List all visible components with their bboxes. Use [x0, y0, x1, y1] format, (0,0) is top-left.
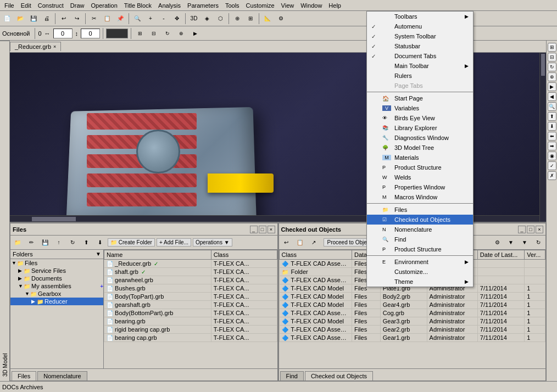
3d-btn[interactable]: 3D — [188, 13, 200, 25]
menu-edit[interactable]: Edit — [18, 1, 35, 10]
tree-filter-icon[interactable]: ▼ — [96, 251, 101, 257]
checked-close-btn[interactable]: × — [536, 226, 543, 233]
menu-item-product-structure1[interactable]: P Product Structure — [367, 163, 473, 172]
files-minimize-btn[interactable]: _ — [250, 226, 258, 233]
rs-btn12[interactable]: ◉ — [548, 152, 556, 160]
menu-operation[interactable]: Operation — [87, 1, 120, 10]
rs-btn11[interactable]: ➡ — [548, 142, 556, 150]
files-table-row[interactable]: 📄 Body(TopPart).grb T-FLEX CA... — [104, 293, 277, 301]
tab-nomenclature[interactable]: Nomenclature — [37, 371, 87, 380]
files-table-row[interactable]: 📄 bearing.grb T-FLEX CA... — [104, 317, 277, 326]
toolbar2-btn3[interactable]: ↻ — [161, 27, 174, 40]
menu-item-welds[interactable]: W Welds — [367, 172, 473, 182]
grid-btn[interactable]: ⊞ — [244, 13, 257, 25]
new-btn[interactable]: 📄 — [1, 13, 13, 25]
menu-view[interactable]: View — [278, 1, 298, 10]
zoom-out-btn[interactable]: - — [158, 13, 170, 25]
files-table-row[interactable]: 📄 rigid bearing cap.grb T-FLEX CA... — [104, 326, 277, 334]
menu-item-environment[interactable]: E Environment ▶ — [367, 257, 473, 267]
tree-item-reducer[interactable]: ▶ 📁 Reducer — [10, 298, 103, 305]
menu-item-doc-tabs[interactable]: ✓ Document Tabs — [367, 51, 473, 61]
checked-table-row[interactable]: 🔷 T-FLEX CAD Assembly Model Files Gear1.… — [279, 334, 545, 342]
doc-tab-reducer[interactable]: _Reducer.grb × — [10, 42, 61, 51]
toolbar2-btn5[interactable]: ▶ — [189, 27, 201, 40]
col-name[interactable]: Name — [104, 250, 211, 260]
menu-item-macros[interactable]: M Macros Window — [367, 192, 473, 202]
checked-table-row[interactable]: 🔷 T-FLEX CAD Assembly Model Files Cog.gr… — [279, 309, 545, 317]
rs-btn7[interactable]: 🔍 — [548, 102, 556, 111]
files-refresh-icon[interactable]: ↻ — [66, 237, 79, 249]
rs-btn4[interactable]: ⊕ — [548, 72, 556, 81]
menu-parameters[interactable]: Parameters — [184, 1, 222, 10]
checked-table-row[interactable]: 🔷 T-FLEX CAD Model Files Body2.grb Admin… — [279, 293, 545, 301]
tree-item-assemblies[interactable]: ▼ 📁 My assemblies + — [10, 282, 103, 290]
menu-item-library[interactable]: 📚 Library Explorer — [367, 123, 473, 133]
menu-item-files[interactable]: 📁 Files — [367, 205, 473, 215]
menu-item-main-toolbar[interactable]: Main Toolbar ▶ — [367, 61, 473, 71]
menu-help[interactable]: Help — [325, 1, 344, 10]
files-download-icon[interactable]: ⬇ — [94, 237, 106, 249]
menu-draw[interactable]: Draw — [67, 1, 88, 10]
menu-item-start-page[interactable]: 🏠 Start Page — [367, 93, 473, 103]
toolbar2-btn2[interactable]: ⊟ — [148, 27, 160, 40]
y-input[interactable] — [81, 29, 100, 38]
rs-btn6[interactable]: ◀ — [548, 92, 556, 101]
checked-table-row[interactable]: 🔷 T-FLEX CAD Assembly Model Files Gear2.… — [279, 326, 545, 334]
checked-btn3[interactable]: ↗ — [308, 237, 320, 249]
menu-item-product-structure2[interactable]: P Product Structure — [367, 244, 473, 254]
menu-item-checked-out[interactable]: ☑ Checked out Objects — [367, 215, 473, 225]
rs-btn3[interactable]: ↻ — [548, 63, 556, 71]
files-maximize-btn[interactable]: □ — [259, 226, 266, 233]
toolbar2-btn1[interactable]: ⊞ — [134, 27, 146, 40]
checked-table-row[interactable]: 🔷 T-FLEX CAD Model Files Gear4.grb Admin… — [279, 301, 545, 309]
add-assembly-icon[interactable]: + — [100, 283, 103, 289]
menu-titleblock[interactable]: Title Block — [121, 1, 155, 10]
properties-btn[interactable]: ⚙ — [275, 13, 287, 25]
create-folder-btn[interactable]: 📁 Create Folder — [108, 238, 155, 247]
properties-tab[interactable]: Properties — [0, 41, 1, 381]
rs-btn14[interactable]: ✗ — [548, 171, 556, 180]
tab-checked-out[interactable]: Checked out Objects — [305, 371, 373, 380]
tree-item-files[interactable]: ▼ 📁 Files — [10, 259, 103, 267]
menu-construct[interactable]: Construct — [35, 1, 67, 10]
menu-item-customize[interactable]: Customize... — [367, 267, 473, 277]
checked-btn1[interactable]: ↩ — [280, 237, 292, 249]
paste-btn[interactable]: 📌 — [114, 13, 126, 25]
pan-btn[interactable]: ✥ — [171, 13, 183, 25]
toolbar2-btn4[interactable]: ⊕ — [175, 27, 187, 40]
zoom-in-btn[interactable]: + — [144, 13, 157, 25]
checked-right-btn1[interactable]: ⚙ — [491, 237, 503, 249]
menu-item-birds-eye[interactable]: 👁 Birds Eye View — [367, 113, 473, 123]
checked-col-ver[interactable]: Ver... — [525, 250, 545, 260]
files-table-row[interactable]: 📄 Body(BottomPart).grb T-FLEX CA... — [104, 309, 277, 317]
menu-item-automenu[interactable]: ✓ Automenu — [367, 21, 473, 31]
checked-table-row[interactable]: 🔷 T-FLEX CAD Model Files Gear3.grb Admin… — [279, 317, 545, 326]
files-table-row[interactable]: 📄 _Reducer.grb ✓ T-FLEX CA... — [104, 260, 277, 268]
menu-item-toolbars[interactable]: Toolbars ▶ — [367, 12, 473, 21]
files-table-row[interactable]: 📄 gearshaft.grb T-FLEX CA... — [104, 301, 277, 309]
tree-item-gearbox[interactable]: ▼ 📁 Gearbox — [10, 290, 103, 298]
rs-btn9[interactable]: ⬇ — [548, 122, 556, 131]
menu-customize[interactable]: Customize — [243, 1, 278, 10]
files-upload-icon[interactable]: ⬆ — [80, 237, 92, 249]
checked-col-class[interactable]: Class — [279, 250, 352, 260]
rs-btn1[interactable]: ⊞ — [548, 43, 556, 52]
checked-right-btn2[interactable]: ▼ — [505, 237, 517, 249]
menu-item-system-toolbar[interactable]: ✓ System Toolbar — [367, 31, 473, 41]
menu-item-rulers[interactable]: Rulers — [367, 71, 473, 81]
copy-btn[interactable]: 📋 — [101, 13, 113, 25]
x-input[interactable] — [53, 29, 73, 38]
redo-btn[interactable]: ↪ — [71, 13, 83, 25]
files-table-row[interactable]: 📄 gearwheel.grb T-FLEX CA... — [104, 276, 277, 284]
checked-maximize-btn[interactable]: □ — [527, 226, 534, 233]
menu-item-diagnostics[interactable]: 🔧 Diagnostics Window — [367, 133, 473, 143]
tab-files[interactable]: Files — [12, 371, 36, 380]
menu-item-theme[interactable]: Theme ▶ — [367, 277, 473, 287]
rs-btn8[interactable]: ⬆ — [548, 112, 556, 121]
save-btn[interactable]: 💾 — [27, 13, 40, 25]
files-close-btn[interactable]: × — [268, 226, 275, 233]
files-operations-btn[interactable]: Operations ▼ — [193, 238, 232, 247]
menu-tools[interactable]: Tools — [222, 1, 243, 10]
menu-window[interactable]: Window — [297, 1, 325, 10]
files-table-row[interactable]: 📄 bearing cap.grb T-FLEX CA... — [104, 334, 277, 342]
